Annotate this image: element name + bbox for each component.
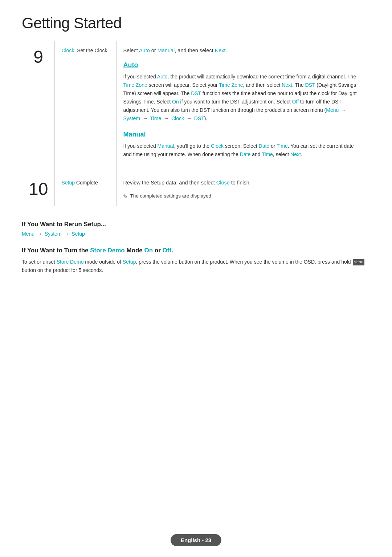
subsection-auto: Auto If you selected Auto, the product w… (123, 61, 363, 123)
section-body-storedemo: To set or unset Store Demo mode outside … (22, 258, 370, 275)
subsection-manual: Manual If you selected Manual, you'll go… (123, 131, 363, 159)
table-row: 9 Clock: Set the Clock Select Auto or Ma… (22, 41, 370, 173)
auto-title: Auto (123, 61, 363, 69)
note-icon: ✎ (123, 193, 128, 200)
step9-first-line: Select Auto or Manual, and then select N… (123, 47, 363, 55)
step-label-clock-cyan: Clock (61, 48, 74, 53)
page-title: Getting Started (22, 15, 370, 32)
step-label-10: Setup Complete (55, 173, 117, 206)
step-label-clock-text: : Set the Clock (74, 48, 107, 53)
page-container: Getting Started 9 Clock: Set the Clock S… (0, 0, 392, 304)
section-heading-storedemo: If You Want to Turn the Store Demo Mode … (22, 247, 370, 254)
steps-table: 9 Clock: Set the Clock Select Auto or Ma… (22, 41, 370, 206)
step-content-9: Select Auto or Manual, and then select N… (117, 41, 370, 173)
manual-body: If you selected Manual, you'll go to the… (123, 142, 363, 159)
step-number-10: 10 (22, 173, 55, 206)
note-text: The completed settings are displayed. (130, 193, 212, 199)
table-row: 10 Setup Complete Review the Setup data,… (22, 173, 370, 206)
step-number-9: 9 (22, 41, 55, 173)
auto-body: If you selected Auto, the product will a… (123, 73, 363, 123)
step-label-9: Clock: Set the Clock (55, 41, 117, 173)
step-label-setup-cyan: Setup (61, 180, 75, 186)
menu-button-icon: MENU (353, 259, 365, 265)
step-content-10: Review the Setup data, and then select C… (117, 173, 370, 206)
step10-note: ✎ The completed settings are displayed. (123, 193, 363, 200)
manual-title: Manual (123, 131, 363, 138)
step-label-setup-text: Complete (75, 180, 98, 186)
section-heading-rerun: If You Want to Rerun Setup... (22, 221, 370, 228)
page-footer: English - 23 (171, 534, 221, 546)
step10-first-line: Review the Setup data, and then select C… (123, 179, 363, 187)
section-path-rerun: Menu → System → Setup (22, 231, 370, 237)
